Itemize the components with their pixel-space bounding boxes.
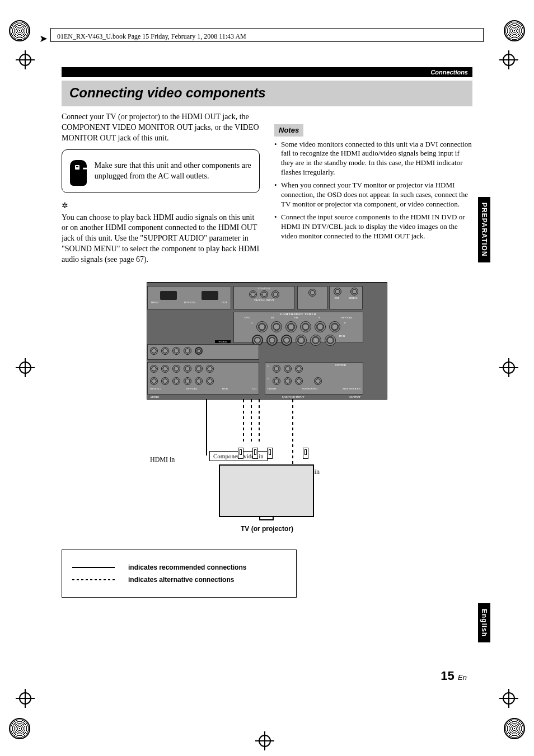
tv-port xyxy=(252,448,258,459)
tv-port xyxy=(267,448,273,459)
legend-solid-line-icon xyxy=(72,567,115,568)
note-item: When you connect your TV monitor or proj… xyxy=(274,181,472,209)
registration-cross xyxy=(16,50,35,69)
caution-callout: ➔ Make sure that this unit and other com… xyxy=(62,149,260,193)
registration-cross xyxy=(16,689,35,708)
rear-panel-illustration: HDMI DTV/CBL OUT COAXIAL DIGITAL INPUT xyxy=(147,282,387,400)
panel-label: Y xyxy=(318,316,320,319)
right-column: Notes Some video monitors connected to t… xyxy=(274,112,472,265)
panel-label: B xyxy=(344,321,345,332)
registration-corner xyxy=(9,718,30,739)
wire-component xyxy=(251,400,252,444)
wire-component xyxy=(259,400,260,444)
panel-label: DTV/CBL xyxy=(184,301,196,304)
panel-label: DTV/CBL xyxy=(340,316,352,319)
legend-dashed-line-icon xyxy=(72,579,115,580)
diagram-hdmi-in-label: HDMI in xyxy=(150,456,175,464)
intro-text: Connect your TV (or projector) to the HD… xyxy=(62,112,260,144)
tip-text: You can choose to play back HDMI audio s… xyxy=(62,213,260,265)
left-column: Connect your TV (or projector) to the HD… xyxy=(62,112,260,265)
crop-rule xyxy=(50,41,484,42)
legend-row: indicates recommended connections xyxy=(72,564,286,571)
legend-recommended: indicates recommended connections xyxy=(128,564,246,571)
tv-port xyxy=(238,448,243,459)
callout-text: Make sure that this unit and other compo… xyxy=(95,161,251,182)
panel-label: FRONT xyxy=(268,387,277,390)
tv-illustration xyxy=(205,442,329,520)
connection-diagram: HDMI DTV/CBL OUT COAXIAL DIGITAL INPUT xyxy=(147,282,387,533)
tv-port xyxy=(303,448,308,459)
panel-label: MULTI CH INPUT xyxy=(282,396,305,398)
legend-box: indicates recommended connections indica… xyxy=(62,550,297,598)
registration-cross xyxy=(499,50,518,69)
registration-corner xyxy=(9,20,30,41)
unplug-icon: ➔ xyxy=(70,157,87,186)
page-number: 15 En xyxy=(441,669,467,683)
panel-label: VIDEO xyxy=(215,340,231,343)
panel-label: COMPONENT VIDEO xyxy=(234,312,363,316)
registration-cross xyxy=(499,689,518,708)
tip-icon: ✲ xyxy=(62,201,260,212)
panel-label: DTV/CBL xyxy=(185,387,197,390)
side-tab-preparation: PREPARATION xyxy=(478,197,490,262)
section-title: Connecting video components xyxy=(69,85,465,101)
panel-label: DVR xyxy=(222,387,228,390)
breadcrumb-text: Connections xyxy=(430,69,468,76)
registration-cross xyxy=(255,731,274,750)
note-item: Some video monitors connected to this un… xyxy=(274,140,472,178)
legend-alternative: indicates alternative connections xyxy=(128,576,234,584)
panel-label: SURROUND xyxy=(302,387,317,390)
panel-label: A xyxy=(251,321,254,332)
panel-label: HDMI xyxy=(151,301,158,304)
crop-rule xyxy=(50,28,51,41)
legend-row: indicates alternative connections xyxy=(72,576,286,584)
section-title-bar: Connecting video components xyxy=(62,81,472,106)
wire-component xyxy=(243,400,244,444)
crop-rule xyxy=(50,28,484,29)
registration-cross xyxy=(499,358,518,377)
panel-label: DIGITAL INPUT xyxy=(234,299,294,302)
side-tab-english: English xyxy=(478,603,490,642)
panel-label: SUB WOOFER xyxy=(343,387,360,390)
crop-rule xyxy=(483,28,484,41)
page-number-suffix: En xyxy=(458,673,467,682)
registration-cross xyxy=(16,358,35,377)
panel-label: DVR xyxy=(339,335,345,346)
source-header-line: 01EN_RX-V463_U.book Page 15 Friday, Febr… xyxy=(57,32,246,41)
registration-corner xyxy=(504,718,525,739)
panel-label: CENTER xyxy=(335,364,346,367)
note-item: Connect the input source components to t… xyxy=(274,213,472,241)
page-number-value: 15 xyxy=(441,669,454,683)
panel-label: OUT xyxy=(222,301,227,304)
panel-label: XM xyxy=(335,297,339,299)
panel-label: OUTPUT xyxy=(349,396,360,398)
panel-label: PB xyxy=(294,316,298,319)
panel-label: PR xyxy=(270,316,274,319)
breadcrumb: Connections xyxy=(62,67,472,77)
panel-label: AUDIO xyxy=(150,396,159,398)
panel-label: DVD xyxy=(244,316,250,319)
tv-caption: TV (or projector) xyxy=(147,525,387,533)
registration-corner xyxy=(504,20,525,41)
panel-label: IN (REC) xyxy=(150,387,161,390)
panel-label: CD xyxy=(252,387,256,390)
notes-list: Some video monitors connected to this un… xyxy=(274,140,472,241)
crop-arrow: ➤ xyxy=(39,32,48,45)
notes-heading: Notes xyxy=(274,124,303,137)
panel-label: SIRIUS xyxy=(349,297,358,299)
